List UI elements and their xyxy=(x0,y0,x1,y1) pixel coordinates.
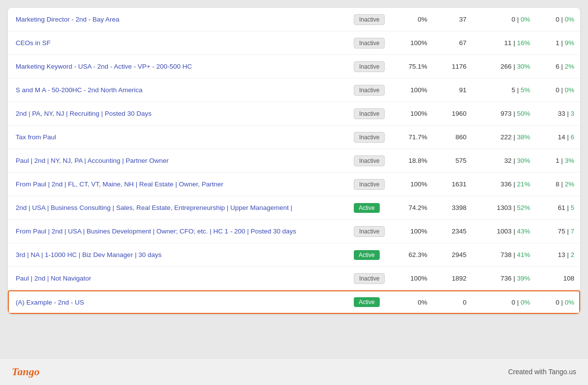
row-name[interactable]: 2nd | USA | Business Consulting | Sales,… xyxy=(8,199,350,216)
row-status: Inactive xyxy=(350,151,399,171)
row-status: Active xyxy=(350,245,399,265)
row-col4: 222 | 38% xyxy=(472,128,536,146)
row-col5: 14 | 6 xyxy=(536,128,580,146)
row-status: Inactive xyxy=(350,56,399,77)
row-col4: 0 | 0% xyxy=(472,294,536,311)
row-col4: 11 | 16% xyxy=(472,34,536,51)
row-num: 3398 xyxy=(433,199,472,216)
footer-logo: Tango xyxy=(12,365,40,378)
status-badge: Inactive xyxy=(354,38,385,49)
row-col5: 108 xyxy=(536,270,580,287)
row-col5: 6 | 2% xyxy=(536,58,580,75)
row-name[interactable]: 2nd | PA, NY, NJ | Recruiting | Posted 3… xyxy=(8,105,350,122)
row-num: 0 xyxy=(433,294,472,311)
row-pct: 100% xyxy=(399,270,433,287)
row-pct: 71.7% xyxy=(399,128,433,146)
table-row[interactable]: Tax from PaulInactive71.7%860222 | 38%14… xyxy=(8,126,580,149)
row-name[interactable]: From Paul | 2nd | FL, CT, VT, Maine, NH … xyxy=(8,176,350,193)
row-pct: 0% xyxy=(399,11,433,28)
row-num: 2945 xyxy=(433,246,472,263)
row-col5: 33 | 3 xyxy=(536,105,580,122)
row-pct: 74.2% xyxy=(399,199,433,216)
row-col4: 1303 | 52% xyxy=(472,199,536,216)
row-status: Inactive xyxy=(350,127,399,148)
main-content: Marketing Director - 2nd - Bay AreaInact… xyxy=(0,0,588,358)
row-col4: 736 | 39% xyxy=(472,270,536,287)
row-col4: 266 | 30% xyxy=(472,58,536,75)
row-col5: 0 | 0% xyxy=(536,81,580,99)
row-pct: 100% xyxy=(399,176,433,193)
row-status: Inactive xyxy=(350,33,399,53)
row-col4: 0 | 0% xyxy=(472,11,536,28)
row-col4: 5 | 5% xyxy=(472,81,536,99)
row-name[interactable]: Tax from Paul xyxy=(8,128,350,146)
row-col5: 75 | 7 xyxy=(536,223,580,240)
row-status: Inactive xyxy=(350,9,399,30)
row-col4: 32 | 30% xyxy=(472,152,536,169)
table-row[interactable]: Paul | 2nd | Not NavigatorInactive100%18… xyxy=(8,267,580,290)
row-name[interactable]: Marketing Keyword - USA - 2nd - Active -… xyxy=(8,58,350,75)
status-badge: Inactive xyxy=(354,61,385,72)
row-pct: 75.1% xyxy=(399,58,433,75)
row-status: Active xyxy=(350,292,399,312)
row-col5: 8 | 2% xyxy=(536,176,580,193)
status-badge: Inactive xyxy=(354,273,385,284)
status-badge: Active xyxy=(354,203,380,213)
table-row[interactable]: S and M A - 50-200HC - 2nd North America… xyxy=(8,78,580,102)
row-num: 67 xyxy=(433,34,472,51)
row-col5: 13 | 2 xyxy=(536,246,580,263)
table-container: Marketing Director - 2nd - Bay AreaInact… xyxy=(8,8,580,314)
row-name[interactable]: 3rd | NA | 1-1000 HC | Biz Dev Manager |… xyxy=(8,246,350,263)
row-pct: 18.8% xyxy=(399,152,433,169)
table-row[interactable]: 3rd | NA | 1-1000 HC | Biz Dev Manager |… xyxy=(8,243,580,267)
row-status: Inactive xyxy=(350,103,399,124)
status-badge: Inactive xyxy=(354,179,385,190)
row-num: 91 xyxy=(433,81,472,99)
row-num: 37 xyxy=(433,11,472,28)
row-num: 1960 xyxy=(433,105,472,122)
footer: Tango Created with Tango.us xyxy=(0,358,588,385)
row-pct: 100% xyxy=(399,223,433,240)
status-badge: Inactive xyxy=(354,155,385,166)
row-status: Inactive xyxy=(350,221,399,242)
row-status: Inactive xyxy=(350,80,399,101)
status-badge: Active xyxy=(354,297,380,307)
row-num: 2345 xyxy=(433,223,472,240)
row-name[interactable]: CEOs in SF xyxy=(8,34,350,51)
row-pct: 100% xyxy=(399,81,433,99)
row-name[interactable]: From Paul | 2nd | USA | Busines Developm… xyxy=(8,223,350,240)
footer-text: Created with Tango.us xyxy=(508,368,576,376)
row-col4: 973 | 50% xyxy=(472,105,536,122)
table-row[interactable]: Marketing Keyword - USA - 2nd - Active -… xyxy=(8,55,580,78)
row-name[interactable]: Marketing Director - 2nd - Bay Area xyxy=(8,11,350,28)
row-pct: 0% xyxy=(399,294,433,311)
status-badge: Active xyxy=(354,250,380,260)
row-name[interactable]: Paul | 2nd | Not Navigator xyxy=(8,270,350,287)
row-col4: 738 | 41% xyxy=(472,246,536,263)
table-row[interactable]: Paul | 2nd | NY, NJ, PA | Accounting | P… xyxy=(8,149,580,173)
row-name[interactable]: S and M A - 50-200HC - 2nd North America xyxy=(8,81,350,99)
row-name[interactable]: Paul | 2nd | NY, NJ, PA | Accounting | P… xyxy=(8,152,350,169)
table-row[interactable]: From Paul | 2nd | USA | Busines Developm… xyxy=(8,220,580,243)
status-badge: Inactive xyxy=(354,226,385,237)
table-row[interactable]: CEOs in SFInactive100%6711 | 16%1 | 9% xyxy=(8,31,580,55)
table-row[interactable]: Marketing Director - 2nd - Bay AreaInact… xyxy=(8,8,580,31)
row-col4: 336 | 21% xyxy=(472,176,536,193)
table-row[interactable]: From Paul | 2nd | FL, CT, VT, Maine, NH … xyxy=(8,173,580,196)
status-badge: Inactive xyxy=(354,108,385,119)
row-col5: 0 | 0% xyxy=(536,294,580,311)
row-col5: 1 | 3% xyxy=(536,152,580,169)
row-num: 1892 xyxy=(433,270,472,287)
status-badge: Inactive xyxy=(354,14,385,25)
table-row[interactable]: 2nd | USA | Business Consulting | Sales,… xyxy=(8,196,580,220)
row-col4: 1003 | 43% xyxy=(472,223,536,240)
row-col5: 1 | 9% xyxy=(536,34,580,51)
table-row[interactable]: 2nd | PA, NY, NJ | Recruiting | Posted 3… xyxy=(8,102,580,126)
table-row[interactable]: (A) Example - 2nd - USActive0%00 | 0%0 |… xyxy=(8,290,580,314)
row-pct: 62.3% xyxy=(399,246,433,263)
row-num: 1176 xyxy=(433,58,472,75)
row-num: 860 xyxy=(433,128,472,146)
status-badge: Inactive xyxy=(354,132,385,143)
row-pct: 100% xyxy=(399,105,433,122)
row-name[interactable]: (A) Example - 2nd - US xyxy=(8,294,350,311)
